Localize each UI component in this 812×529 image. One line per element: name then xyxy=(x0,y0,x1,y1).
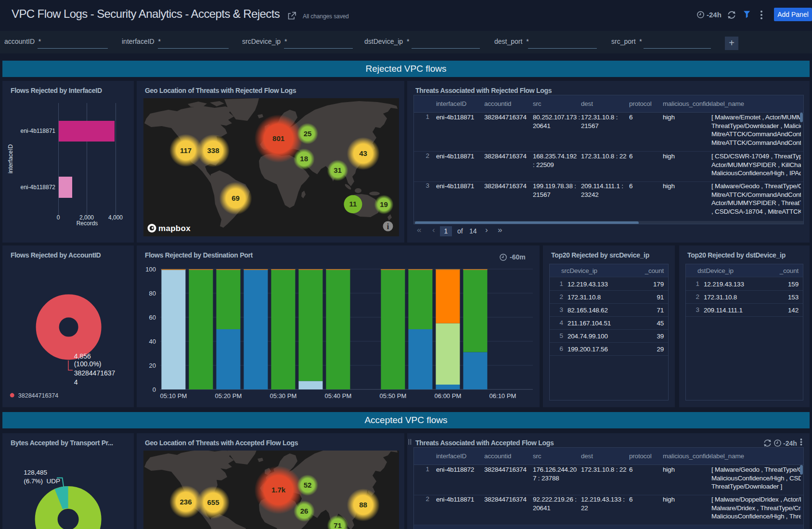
svg-text:26: 26 xyxy=(300,507,309,515)
svg-text:801: 801 xyxy=(272,134,284,142)
svg-text:236: 236 xyxy=(180,498,192,506)
svg-text:338: 338 xyxy=(207,146,219,155)
svg-text:31: 31 xyxy=(334,166,342,174)
svg-text:(6.7%) UDP: (6.7%) UDP xyxy=(24,477,60,485)
svg-text:80: 80 xyxy=(149,290,156,297)
svg-text:eni-4b118872: eni-4b118872 xyxy=(20,184,55,191)
svg-text:06:10 PM: 06:10 PM xyxy=(490,392,516,400)
svg-text:interfaceID: interfaceID xyxy=(7,144,14,173)
svg-text:655: 655 xyxy=(207,498,219,506)
svg-text:18: 18 xyxy=(300,155,308,163)
svg-text:19: 19 xyxy=(380,200,388,208)
svg-text:38284471637: 38284471637 xyxy=(74,369,116,377)
svg-text:4,000: 4,000 xyxy=(108,214,123,221)
svg-text:Records: Records xyxy=(77,220,98,227)
svg-text:60: 60 xyxy=(149,314,156,321)
svg-text:05:20 PM: 05:20 PM xyxy=(215,392,242,400)
svg-text:69: 69 xyxy=(232,194,240,202)
svg-text:4,856: 4,856 xyxy=(74,352,91,360)
svg-text:52: 52 xyxy=(304,481,312,489)
svg-text:eni-4b118871: eni-4b118871 xyxy=(20,128,55,134)
svg-text:4: 4 xyxy=(74,378,78,386)
svg-text:71: 71 xyxy=(334,521,342,529)
svg-text:05:50 PM: 05:50 PM xyxy=(380,392,407,400)
svg-text:11: 11 xyxy=(349,200,357,208)
svg-text:0: 0 xyxy=(57,214,60,221)
svg-text:382844716374: 382844716374 xyxy=(18,392,58,399)
svg-text:100: 100 xyxy=(145,266,156,273)
svg-text:43: 43 xyxy=(359,149,367,157)
svg-text:40: 40 xyxy=(149,338,156,345)
svg-text:128,485: 128,485 xyxy=(24,469,47,476)
svg-text:06:00 PM: 06:00 PM xyxy=(435,392,462,400)
svg-text:0: 0 xyxy=(153,386,156,393)
svg-text:1.7k: 1.7k xyxy=(271,486,286,494)
svg-text:05:40 PM: 05:40 PM xyxy=(325,392,352,400)
svg-text:(100.0%): (100.0%) xyxy=(74,360,102,368)
svg-text:25: 25 xyxy=(304,129,312,138)
svg-text:117: 117 xyxy=(180,146,192,155)
svg-text:i: i xyxy=(387,222,389,231)
svg-text:mapbox: mapbox xyxy=(158,224,191,233)
svg-text:05:10 PM: 05:10 PM xyxy=(160,392,187,400)
svg-text:20: 20 xyxy=(149,362,156,369)
svg-text:88: 88 xyxy=(359,501,367,509)
svg-text:05:30 PM: 05:30 PM xyxy=(270,392,297,400)
